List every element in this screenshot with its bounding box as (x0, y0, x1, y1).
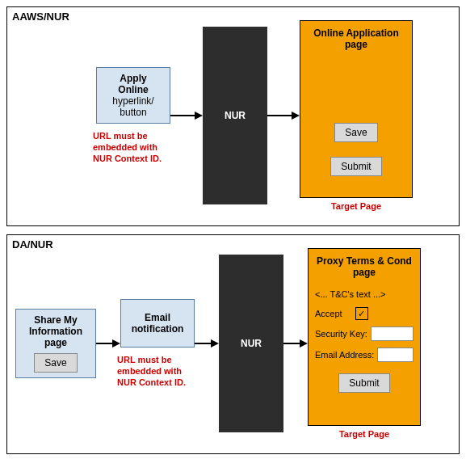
email-label-1: Email (128, 312, 187, 323)
nur-block: NUR (203, 27, 267, 204)
arrow-icon (96, 335, 120, 352)
svg-marker-3 (292, 112, 300, 120)
proxy-terms-page: Proxy Terms & Cond page <... T&C's text … (308, 248, 421, 426)
submit-button[interactable]: Submit (330, 157, 381, 176)
svg-marker-5 (112, 339, 120, 348)
panel-aaws-nur: AAWS/NUR Apply Online hyperlink/ button … (6, 6, 460, 226)
accept-label: Accept (315, 309, 342, 318)
target-title: Proxy Terms & Cond page (315, 255, 414, 278)
email-address-input[interactable] (377, 348, 414, 362)
nur-label: NUR (241, 338, 262, 349)
svg-marker-7 (211, 339, 219, 348)
target-title: Online Application page (307, 27, 405, 50)
target-page-label: Target Page (308, 429, 421, 439)
email-notification-box: Email notification (120, 299, 195, 348)
accept-checkbox[interactable]: ✓ (355, 307, 368, 320)
panel-title: AAWS/NUR (12, 11, 69, 23)
arrow-icon (195, 335, 219, 352)
security-key-label: Security Key: (315, 329, 367, 339)
security-key-input[interactable] (371, 326, 414, 341)
apply-label-3: hyperlink/ (103, 95, 163, 107)
nur-label: NUR (225, 110, 246, 121)
nur-block: NUR (219, 255, 283, 432)
arrow-icon (283, 335, 308, 352)
panel-da-nur: DA/NUR Share My Information page Save Em… (6, 234, 460, 454)
panel-title: DA/NUR (12, 238, 53, 251)
svg-marker-9 (300, 339, 308, 348)
online-application-page: Online Application page Save Submit (300, 20, 413, 198)
submit-button[interactable]: Submit (338, 373, 389, 393)
email-address-label: Email Address: (315, 350, 374, 360)
tc-text: <... T&C's text ...> (315, 289, 414, 299)
apply-label-1: Apply (103, 73, 163, 84)
save-button[interactable]: Save (34, 353, 77, 373)
url-note: URL must be embedded with NUR Context ID… (117, 354, 198, 389)
arrow-icon (267, 107, 300, 124)
share-title: Share My Information page (23, 314, 89, 348)
arrow-icon (170, 107, 203, 124)
apply-label-4: button (103, 107, 163, 118)
url-note: URL must be embedded with NUR Context ID… (93, 130, 174, 165)
apply-label-2: Online (103, 84, 163, 95)
save-button[interactable]: Save (334, 123, 377, 142)
target-page-label: Target Page (300, 201, 413, 211)
email-label-2: notification (128, 323, 187, 335)
svg-marker-1 (195, 112, 203, 120)
share-info-page: Share My Information page Save (15, 309, 96, 378)
apply-online-box[interactable]: Apply Online hyperlink/ button (96, 67, 170, 124)
